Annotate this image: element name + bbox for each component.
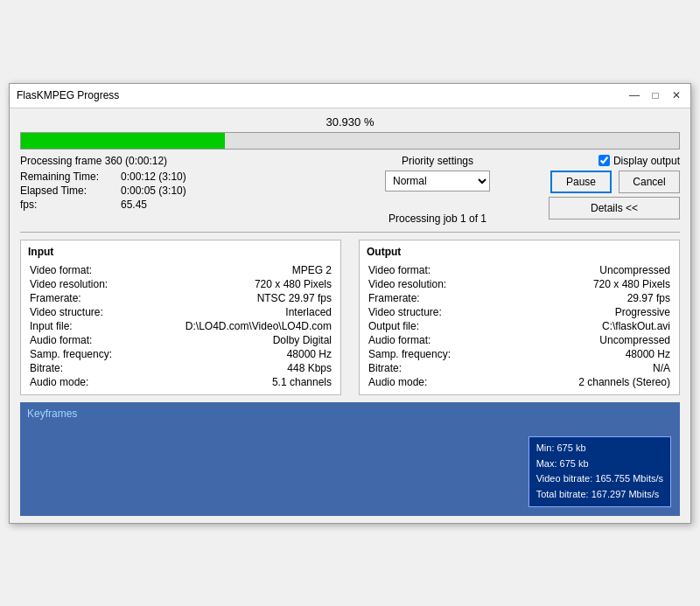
priority-label: Priority settings bbox=[402, 155, 473, 167]
field-value: N/A bbox=[521, 361, 673, 375]
field-value: 5.1 channels bbox=[148, 375, 333, 389]
table-row: Video resolution:720 x 480 Pixels bbox=[28, 277, 333, 291]
display-output-row: Display output bbox=[598, 155, 680, 167]
keyframes-section: Keyframes Min: 675 kbMax: 675 kbVideo bi… bbox=[20, 402, 680, 516]
output-title: Output bbox=[367, 246, 672, 258]
frame-info: Processing frame 360 (0:00:12) bbox=[20, 155, 370, 167]
field-value: 720 x 480 Pixels bbox=[148, 277, 333, 291]
field-value: 720 x 480 Pixels bbox=[521, 277, 673, 291]
fps-label: fps: bbox=[20, 199, 121, 211]
field-value: 2 channels (Stereo) bbox=[521, 375, 673, 389]
field-label: Video format: bbox=[28, 263, 148, 277]
field-label: Framerate: bbox=[367, 291, 521, 305]
minimize-button[interactable]: — bbox=[627, 88, 641, 102]
pause-button[interactable]: Pause bbox=[550, 171, 612, 193]
table-row: Video format:Uncompressed bbox=[367, 263, 672, 277]
btn-row: Pause Cancel bbox=[550, 171, 680, 193]
field-value: Uncompressed bbox=[521, 263, 673, 277]
elapsed-value: 0:00:05 (3:10) bbox=[121, 185, 186, 197]
priority-section: Priority settings Normal Low High Realti… bbox=[381, 155, 494, 225]
field-value: Interlaced bbox=[148, 305, 333, 319]
controls-section: Display output Pause Cancel Details << bbox=[505, 155, 680, 219]
field-label: Audio format: bbox=[367, 333, 521, 347]
table-row: Audio format:Uncompressed bbox=[367, 333, 672, 347]
remaining-row: Remaining Time: 0:00:12 (3:10) bbox=[20, 171, 370, 183]
table-row: Audio format:Dolby Digital bbox=[28, 333, 333, 347]
field-label: Framerate: bbox=[28, 291, 148, 305]
field-value: 448 Kbps bbox=[148, 361, 333, 375]
field-value: MPEG 2 bbox=[148, 263, 333, 277]
data-section: Input Video format:MPEG 2Video resolutio… bbox=[20, 240, 680, 395]
maximize-button[interactable]: □ bbox=[648, 88, 662, 102]
elapsed-row: Elapsed Time: 0:00:05 (3:10) bbox=[20, 185, 370, 197]
window-title: FlasKMPEG Progress bbox=[17, 89, 119, 101]
table-row: Samp. frequency:48000 Hz bbox=[367, 347, 672, 361]
fps-row: fps: 65.45 bbox=[20, 199, 370, 211]
input-title: Input bbox=[28, 246, 333, 258]
table-row: Input file:D:\LO4D.com\Video\LO4D.com bbox=[28, 319, 333, 333]
progress-bar-container bbox=[20, 132, 680, 150]
table-row: Audio mode:5.1 channels bbox=[28, 375, 333, 389]
field-value: 29.97 fps bbox=[521, 291, 673, 305]
job-label: Processing job 1 of 1 bbox=[388, 212, 486, 225]
status-info: Processing frame 360 (0:00:12) Remaining… bbox=[20, 155, 370, 212]
field-value: NTSC 29.97 fps bbox=[148, 291, 333, 305]
output-table: Video format:UncompressedVideo resolutio… bbox=[367, 263, 672, 389]
table-row: Framerate:NTSC 29.97 fps bbox=[28, 291, 333, 305]
field-label: Video resolution: bbox=[367, 277, 521, 291]
table-row: Samp. frequency:48000 Hz bbox=[28, 347, 333, 361]
keyframes-stat-line: Total bitrate: 167.297 Mbits/s bbox=[536, 487, 663, 503]
display-output-label: Display output bbox=[613, 155, 680, 167]
keyframes-title: Keyframes bbox=[27, 407, 673, 420]
titlebar-controls: — □ ✕ bbox=[627, 88, 683, 102]
input-table: Video format:MPEG 2Video resolution:720 … bbox=[28, 263, 333, 389]
field-label: Audio mode: bbox=[367, 375, 521, 389]
field-value: Uncompressed bbox=[521, 333, 673, 347]
main-window: FlasKMPEG Progress — □ ✕ 30.930 % Proces… bbox=[9, 83, 691, 524]
field-label: Video resolution: bbox=[28, 277, 148, 291]
display-output-checkbox[interactable] bbox=[598, 155, 610, 166]
field-label: Samp. frequency: bbox=[28, 347, 148, 361]
output-panel: Output Video format:UncompressedVideo re… bbox=[359, 240, 680, 395]
table-row: Video structure:Progressive bbox=[367, 305, 672, 319]
field-value: Dolby Digital bbox=[148, 333, 333, 347]
field-label: Video structure: bbox=[28, 305, 148, 319]
elapsed-label: Elapsed Time: bbox=[20, 185, 121, 197]
remaining-label: Remaining Time: bbox=[20, 171, 121, 183]
field-label: Output file: bbox=[367, 319, 521, 333]
progress-label: 30.930 % bbox=[20, 115, 680, 129]
field-value: 48000 Hz bbox=[521, 347, 673, 361]
field-label: Video format: bbox=[367, 263, 521, 277]
field-value: C:\flaskOut.avi bbox=[521, 319, 673, 333]
table-row: Bitrate:448 Kbps bbox=[28, 361, 333, 375]
progress-section: 30.930 % bbox=[20, 115, 680, 150]
table-row: Output file:C:\flaskOut.avi bbox=[367, 319, 672, 333]
field-label: Audio mode: bbox=[28, 375, 148, 389]
field-value: 48000 Hz bbox=[148, 347, 333, 361]
table-row: Video structure:Interlaced bbox=[28, 305, 333, 319]
keyframes-stat-line: Video bitrate: 165.755 Mbits/s bbox=[536, 471, 663, 487]
input-panel: Input Video format:MPEG 2Video resolutio… bbox=[20, 240, 341, 395]
details-button[interactable]: Details << bbox=[549, 197, 680, 219]
field-value: D:\LO4D.com\Video\LO4D.com bbox=[148, 319, 333, 333]
field-label: Audio format: bbox=[28, 333, 148, 347]
field-label: Bitrate: bbox=[28, 361, 148, 375]
close-button[interactable]: ✕ bbox=[669, 88, 683, 102]
field-label: Samp. frequency: bbox=[367, 347, 521, 361]
table-row: Audio mode:2 channels (Stereo) bbox=[367, 375, 672, 389]
progress-bar-fill bbox=[21, 133, 225, 149]
titlebar: FlasKMPEG Progress — □ ✕ bbox=[10, 84, 690, 108]
field-label: Bitrate: bbox=[367, 361, 521, 375]
table-row: Video resolution:720 x 480 Pixels bbox=[367, 277, 672, 291]
field-label: Video structure: bbox=[367, 305, 521, 319]
table-row: Framerate:29.97 fps bbox=[367, 291, 672, 305]
divider bbox=[20, 232, 680, 233]
remaining-value: 0:00:12 (3:10) bbox=[121, 171, 186, 183]
cancel-button[interactable]: Cancel bbox=[619, 171, 680, 193]
field-value: Progressive bbox=[521, 305, 673, 319]
table-row: Video format:MPEG 2 bbox=[28, 263, 333, 277]
fps-value: 65.45 bbox=[121, 199, 147, 211]
keyframes-stat-line: Min: 675 kb bbox=[536, 441, 663, 456]
priority-select[interactable]: Normal Low High Realtime bbox=[385, 171, 490, 192]
info-row: Processing frame 360 (0:00:12) Remaining… bbox=[20, 155, 680, 225]
